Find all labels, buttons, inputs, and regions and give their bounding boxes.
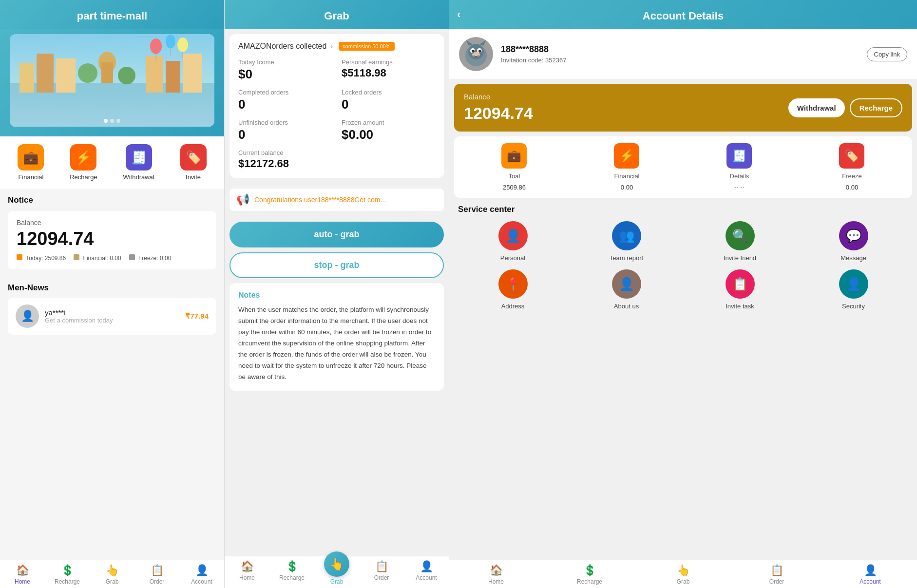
- dot-khaki: [74, 254, 79, 260]
- svg-point-25: [472, 50, 475, 53]
- grab-nav-recharge[interactable]: 💲 Recharge: [275, 560, 309, 585]
- qs-details: 🧾 Details -- --: [726, 143, 752, 191]
- sc-team-report[interactable]: 👥 Team report: [572, 221, 681, 262]
- acct-nav-home[interactable]: 🏠 Home: [479, 564, 513, 585]
- grab-active-circle: 👆: [324, 551, 349, 577]
- grab-grab-label: Grab: [330, 578, 344, 585]
- grab-nav-order[interactable]: 📋 Order: [364, 560, 399, 585]
- sc-security[interactable]: 👤 Security: [799, 269, 908, 310]
- notice-section: Notice Balance 12094.74 Today: 2509.86 F…: [0, 189, 224, 278]
- acct-home-nav-icon: 🏠: [490, 564, 503, 577]
- completed-orders-label: Completed orders: [238, 89, 332, 96]
- current-balance-label: Current balance: [238, 149, 332, 156]
- svg-point-16: [177, 38, 188, 52]
- sc-security-label: Security: [842, 303, 865, 310]
- grab-grab-icon: 👆: [329, 557, 344, 571]
- balance-left: Balance 12094.74: [464, 93, 533, 123]
- withdrawal-button[interactable]: Withdrawal: [788, 98, 845, 117]
- home-title: part time-mall: [77, 10, 147, 22]
- personal-circle-icon: 👤: [498, 221, 528, 250]
- acct-nav-recharge[interactable]: 💲 Recharge: [573, 564, 607, 585]
- account-details-title: Account Details: [643, 10, 724, 22]
- back-button[interactable]: ‹: [457, 8, 460, 21]
- recharge-nav-icon: 💲: [61, 564, 74, 577]
- qs-financial-icon: ⚡: [614, 143, 639, 169]
- acct-order-nav-label: Order: [769, 578, 784, 585]
- invite-icon-item[interactable]: 🏷️ Invite: [180, 144, 207, 181]
- grab-home-label: Home: [239, 574, 255, 581]
- amazon-row: AMAZONorders collected › commission 50.0…: [238, 42, 435, 51]
- news-amount: ₹77.94: [185, 312, 209, 321]
- security-circle-icon: 👤: [839, 269, 868, 299]
- qs-total-icon: 💼: [501, 143, 527, 169]
- account-bottom-nav: 🏠 Home 💲 Recharge 👆 Grab 📋 Order 👤 Accou…: [449, 560, 917, 588]
- quick-icons-row: 💼 Financial ⚡ Recharge 🧾 Withdrawal 🏷️ I…: [0, 136, 224, 189]
- grab-nav-icon: 👆: [106, 564, 119, 577]
- auto-grab-button[interactable]: auto - grab: [229, 222, 444, 247]
- home-header: part time-mall: [0, 0, 224, 29]
- balance-label: Balance: [17, 219, 208, 227]
- sc-personal[interactable]: 👤 Personal: [458, 221, 568, 262]
- grab-recharge-icon: 💲: [286, 560, 299, 573]
- financial-icon-item[interactable]: 💼 Financial: [18, 144, 44, 181]
- news-text-block: ya****i Get a commission today: [45, 308, 179, 324]
- account-details-header: ‹ Account Details: [449, 0, 917, 29]
- svg-rect-8: [166, 61, 180, 93]
- invite-icon: 🏷️: [180, 144, 207, 171]
- amazon-text: AMAZONorders collected: [238, 42, 326, 51]
- locked-orders-label: Locked orders: [342, 89, 435, 96]
- acct-nav-account[interactable]: 👤 Account: [853, 564, 887, 585]
- recharge-icon-item[interactable]: ⚡ Recharge: [70, 144, 97, 181]
- sc-invite-task-label: Invite task: [726, 303, 754, 310]
- sc-address[interactable]: 📍 Address: [458, 269, 568, 310]
- frozen-amount-label: Frozen amount: [342, 119, 435, 126]
- qs-freeze-icon: 🏷️: [839, 143, 864, 169]
- acct-nav-grab[interactable]: 👆 Grab: [666, 564, 700, 585]
- svg-rect-9: [183, 54, 202, 93]
- copy-link-button[interactable]: Copy link: [867, 47, 907, 61]
- sc-message-label: Message: [841, 254, 866, 262]
- today-income-value: $0: [238, 67, 332, 82]
- nav-recharge[interactable]: 💲 Recharge: [50, 564, 84, 585]
- grab-nav-home[interactable]: 🏠 Home: [230, 560, 264, 585]
- personal-earnings-label: Personal earnings: [342, 58, 435, 66]
- withdrawal-icon: 🧾: [126, 144, 152, 171]
- grab-nav-account[interactable]: 👤 Account: [409, 560, 443, 585]
- recharge-button[interactable]: Recharge: [850, 98, 902, 117]
- nav-home[interactable]: 🏠 Home: [5, 564, 39, 585]
- banner-image: [10, 34, 214, 127]
- about-us-circle-icon: 👤: [612, 269, 641, 299]
- panel-grab: Grab AMAZONorders collected › commission…: [224, 0, 449, 588]
- grab-nav-grab[interactable]: 👆 Grab: [320, 560, 354, 585]
- withdrawal-icon-item[interactable]: 🧾 Withdrawal: [123, 144, 154, 181]
- svg-rect-7: [146, 56, 163, 93]
- invite-friend-circle-icon: 🔍: [726, 221, 755, 250]
- qs-total: 💼 Toal 2509.86: [501, 143, 527, 191]
- stop-grab-button[interactable]: stop - grab: [229, 252, 444, 278]
- stat-current-balance: Current balance $12172.68: [238, 149, 332, 170]
- qs-freeze-label: Freeze: [842, 172, 861, 180]
- notes-text: When the user matches the order, the pla…: [238, 304, 435, 383]
- legend-financial: Financial: 0.00: [74, 254, 121, 262]
- sc-invite-friend-label: Invite friend: [724, 254, 756, 262]
- sc-about-us[interactable]: 👤 About us: [572, 269, 681, 310]
- nav-grab[interactable]: 👆 Grab: [95, 564, 129, 585]
- qs-financial-label: Financial: [614, 172, 639, 180]
- sc-invite-task[interactable]: 📋 Invite task: [685, 269, 795, 310]
- order-nav-icon: 📋: [151, 564, 164, 577]
- nav-recharge-label: Recharge: [55, 578, 80, 585]
- profile-phone: 188****8888: [501, 44, 859, 55]
- nav-home-label: Home: [15, 578, 30, 585]
- qs-freeze-value: 0.00: [846, 184, 858, 191]
- invite-label: Invite: [186, 173, 201, 181]
- service-center-title: Service center: [458, 205, 908, 214]
- panel-home: part time-mall: [0, 0, 224, 588]
- address-circle-icon: 📍: [498, 269, 528, 299]
- stat-locked-orders: Locked orders 0: [342, 89, 435, 112]
- sc-invite-friend[interactable]: 🔍 Invite friend: [685, 221, 795, 262]
- nav-account[interactable]: 👤 Account: [185, 564, 219, 585]
- nav-order[interactable]: 📋 Order: [140, 564, 174, 585]
- sc-message[interactable]: 💬 Message: [799, 221, 908, 262]
- dot-orange: [17, 254, 22, 260]
- acct-nav-order[interactable]: 📋 Order: [760, 564, 794, 585]
